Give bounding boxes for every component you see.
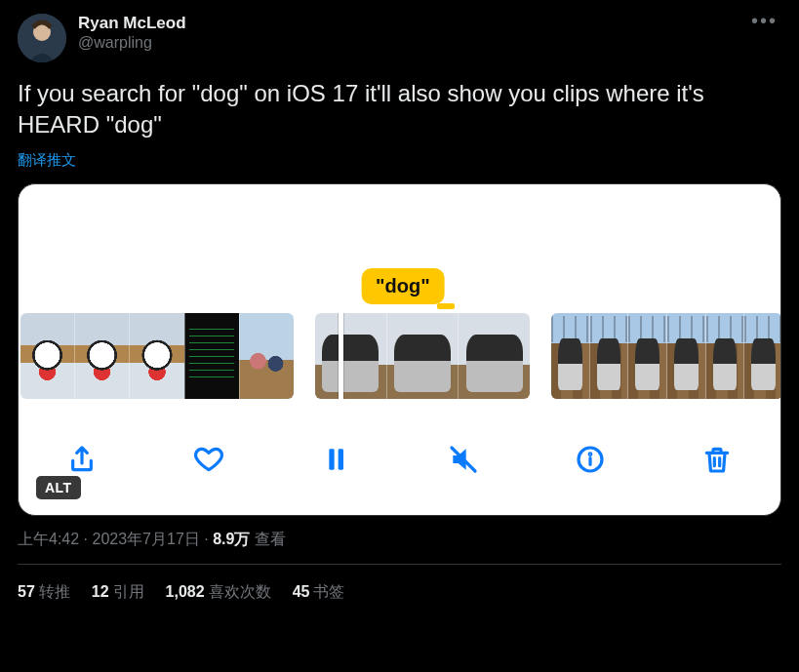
more-button[interactable]: ••• bbox=[751, 10, 778, 32]
thumbnail bbox=[20, 313, 74, 399]
likes-label: 喜欢次数 bbox=[209, 583, 271, 600]
stat-likes[interactable]: 1,082喜欢次数 bbox=[166, 582, 271, 603]
stat-retweets[interactable]: 57转推 bbox=[18, 582, 70, 603]
caption-bubble: "dog" bbox=[361, 268, 445, 304]
trash-icon bbox=[701, 444, 733, 475]
clip-group-1[interactable] bbox=[20, 313, 294, 399]
playhead[interactable] bbox=[339, 313, 343, 399]
author-names: Ryan McLeod @warpling bbox=[78, 14, 186, 52]
tweet-stats: 57转推 12引用 1,082喜欢次数 45书签 bbox=[18, 565, 781, 620]
thumbnail bbox=[705, 313, 744, 399]
bookmarks-count: 45 bbox=[293, 583, 310, 600]
share-button[interactable] bbox=[65, 443, 99, 476]
views-count[interactable]: 8.9万 bbox=[213, 531, 250, 547]
meta-time[interactable]: 上午4:42 bbox=[18, 531, 79, 547]
likes-count: 1,082 bbox=[166, 583, 205, 600]
thumbnail bbox=[627, 313, 666, 399]
thumbnail bbox=[743, 313, 781, 399]
clip-group-3[interactable] bbox=[551, 313, 781, 399]
clip-group-2[interactable] bbox=[315, 313, 530, 399]
meta-sep: · bbox=[79, 531, 92, 547]
info-icon bbox=[575, 444, 606, 475]
bookmarks-label: 书签 bbox=[313, 583, 344, 600]
tweet-meta: 上午4:42 · 2023年7月17日 · 8.9万 查看 bbox=[18, 530, 781, 550]
media-toolbar bbox=[19, 437, 780, 482]
svg-point-7 bbox=[589, 454, 591, 455]
thumbnail bbox=[551, 313, 589, 399]
delete-button[interactable] bbox=[700, 443, 734, 476]
svg-rect-3 bbox=[339, 449, 343, 469]
tweet-container: Ryan McLeod @warpling ••• If you search … bbox=[0, 0, 799, 620]
thumbnail bbox=[74, 313, 129, 399]
svg-rect-2 bbox=[330, 449, 335, 469]
tweet-header: Ryan McLeod @warpling ••• bbox=[18, 14, 781, 62]
thumbnail bbox=[666, 313, 705, 399]
heart-icon bbox=[193, 444, 224, 475]
pause-icon bbox=[320, 444, 351, 475]
tweet-text: If you search for "dog" on iOS 17 it'll … bbox=[18, 78, 781, 141]
retweets-label: 转推 bbox=[39, 583, 70, 600]
avatar-image bbox=[18, 14, 66, 62]
info-button[interactable] bbox=[574, 443, 607, 476]
like-button[interactable] bbox=[192, 443, 225, 476]
mute-button[interactable] bbox=[447, 443, 480, 476]
meta-sep: · bbox=[200, 531, 213, 547]
thumbnail bbox=[184, 313, 239, 399]
avatar[interactable] bbox=[18, 14, 66, 62]
translate-link[interactable]: 翻译推文 bbox=[18, 151, 781, 170]
more-icon: ••• bbox=[751, 10, 778, 31]
meta-date[interactable]: 2023年7月17日 bbox=[92, 531, 199, 547]
media-card[interactable]: "dog" bbox=[18, 183, 781, 516]
thumbnail bbox=[315, 313, 386, 399]
stat-bookmarks[interactable]: 45书签 bbox=[293, 582, 345, 603]
timeline-strip[interactable] bbox=[19, 313, 780, 399]
stat-quotes[interactable]: 12引用 bbox=[92, 582, 144, 603]
handle[interactable]: @warpling bbox=[78, 34, 186, 52]
thumbnail bbox=[458, 313, 530, 399]
share-icon bbox=[66, 444, 98, 475]
views-label: 查看 bbox=[250, 531, 285, 547]
thumbnail bbox=[129, 313, 183, 399]
quotes-label: 引用 bbox=[113, 583, 144, 600]
thumbnail bbox=[386, 313, 459, 399]
quotes-count: 12 bbox=[92, 583, 109, 600]
retweets-count: 57 bbox=[18, 583, 35, 600]
thumbnail bbox=[239, 313, 294, 399]
display-name[interactable]: Ryan McLeod bbox=[78, 14, 186, 33]
playhead-marker bbox=[437, 303, 455, 309]
alt-badge[interactable]: ALT bbox=[36, 476, 81, 499]
mute-icon bbox=[448, 444, 479, 475]
pause-button[interactable] bbox=[319, 443, 352, 476]
thumbnail bbox=[589, 313, 628, 399]
